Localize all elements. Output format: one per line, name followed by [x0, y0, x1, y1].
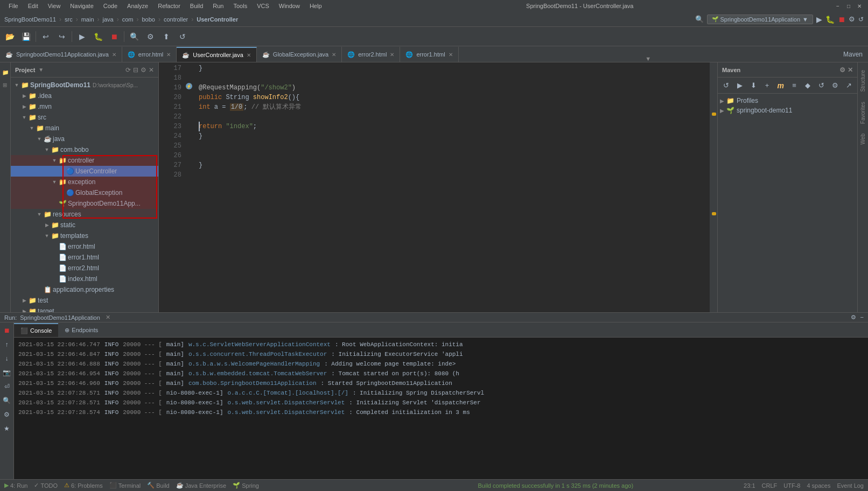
maven-external-btn[interactable]: ↗: [843, 79, 855, 92]
toolbar-stop2[interactable]: ⏹: [107, 29, 122, 44]
line-ending[interactable]: CRLF: [762, 482, 778, 489]
maven-list-btn[interactable]: ≡: [788, 79, 800, 92]
nav-controller[interactable]: controller: [164, 16, 188, 23]
toolbar-settings[interactable]: ⚙: [143, 29, 158, 44]
endpoints-tab[interactable]: ⊕ Endpoints: [58, 323, 104, 337]
run-settings-icon[interactable]: ⚙: [851, 314, 856, 321]
tab-close[interactable]: ✕: [247, 52, 251, 58]
toolbar-open[interactable]: 📂: [2, 29, 17, 44]
run-controls[interactable]: ⚙ −: [851, 314, 864, 321]
run-label-close[interactable]: ✕: [106, 314, 110, 321]
tree-item-src[interactable]: ▼ 📁 src: [11, 112, 158, 123]
tree-item-index-html[interactable]: 📄 index.html: [11, 273, 158, 284]
maven-springboot-item[interactable]: ▶ 🌱 springboot-demo11: [720, 106, 855, 115]
menu-vcs[interactable]: VCS: [253, 2, 274, 10]
cursor-position[interactable]: 23:1: [744, 482, 755, 489]
tab-close[interactable]: ✕: [449, 52, 453, 58]
tree-item-test[interactable]: ▶ 📁 test: [11, 295, 158, 306]
maven-update-btn[interactable]: ↺: [815, 79, 828, 92]
maximize-button[interactable]: □: [844, 2, 853, 10]
menu-window[interactable]: Window: [275, 2, 304, 10]
toolbar-undo[interactable]: ↩: [38, 29, 53, 44]
menu-help[interactable]: Help: [305, 2, 326, 10]
structure-tab[interactable]: Structure: [859, 67, 867, 95]
tree-item-springbootapp[interactable]: 🌱 SpringbootDemo11App...: [11, 198, 158, 209]
tab-error2[interactable]: 🌐 error2.html ✕: [342, 47, 400, 62]
tree-item-main[interactable]: ▼ 📁 main: [11, 123, 158, 134]
tree-item-appprops[interactable]: 📋 application.properties: [11, 284, 158, 295]
tab-error1[interactable]: 🌐 error1.html ✕: [400, 47, 458, 62]
tree-item-error1-html[interactable]: 📄 error1.html: [11, 252, 158, 263]
tab-springbootdemo11application[interactable]: ☕ SpringbootDemo11Application.java ✕: [0, 47, 122, 62]
nav-com[interactable]: com: [122, 16, 134, 23]
maven-run-btn[interactable]: ▶: [733, 79, 746, 92]
nav-project[interactable]: SpringBootDemo11: [4, 16, 56, 23]
scroll-down-btn[interactable]: ↓: [1, 353, 13, 364]
maven-settings2-btn[interactable]: ⚙: [829, 79, 841, 92]
tree-item-templates[interactable]: ▼ 📁 templates: [11, 230, 158, 241]
menu-build[interactable]: Build: [186, 2, 207, 10]
tab-error-html[interactable]: 🌐 error.html ✕: [122, 47, 177, 62]
menu-analyze[interactable]: Analyze: [123, 2, 152, 10]
minimize-button[interactable]: −: [834, 2, 842, 10]
encoding[interactable]: UTF-8: [783, 482, 800, 489]
collapse-icon[interactable]: ⊟: [133, 66, 138, 74]
toolbar-run2[interactable]: ▶: [74, 29, 89, 44]
maven-tab[interactable]: Maven: [838, 47, 868, 62]
maven-settings-icon[interactable]: ⚙: [839, 66, 845, 74]
editor-scrollbar[interactable]: [710, 62, 717, 312]
toolbar-redo[interactable]: ↪: [54, 29, 69, 44]
tree-item-error-html[interactable]: 📄 error.html: [11, 241, 158, 252]
maven-diamond-btn[interactable]: ◆: [802, 79, 814, 92]
tree-item-resources[interactable]: ▼ 📁 resources: [11, 209, 158, 220]
todo-status[interactable]: ✓ TODO: [34, 482, 58, 489]
spring-status[interactable]: 🌱 Spring: [233, 482, 259, 489]
build-status[interactable]: 🔨 Build: [147, 482, 169, 489]
maven-profiles-item[interactable]: ▶ 📁 Profiles: [720, 96, 855, 106]
toolbar-find[interactable]: 🔍: [127, 29, 142, 44]
toolbar-save[interactable]: 💾: [18, 29, 33, 44]
web-tab[interactable]: Web: [859, 130, 867, 148]
menu-refactor[interactable]: Refactor: [153, 2, 185, 10]
tree-item-target[interactable]: ▶ 📁 target: [11, 306, 158, 312]
menu-navigate[interactable]: Navigate: [66, 2, 97, 10]
stop-button[interactable]: ⏹: [838, 15, 845, 24]
event-log[interactable]: Event Log: [837, 482, 864, 489]
debug-button[interactable]: 🐛: [825, 15, 835, 24]
structure-side-icon[interactable]: ⊞: [1, 81, 9, 89]
wrap-btn[interactable]: ⏎: [1, 381, 13, 392]
indent[interactable]: 4 spaces: [807, 482, 830, 489]
nav-bobo[interactable]: bobo: [142, 16, 155, 23]
sync-icon[interactable]: ⟳: [125, 66, 131, 74]
tree-item-root[interactable]: ▼ 📁 SpringBootDemo11 D:\workspace\Sp...: [11, 80, 158, 90]
tree-item-globalexception[interactable]: 🔵 GlobalException: [11, 187, 158, 198]
menu-bar[interactable]: File Edit View Navigate Code Analyze Ref…: [4, 2, 326, 10]
terminal-status[interactable]: ⬛ Terminal: [109, 482, 141, 489]
maven-add-btn[interactable]: +: [761, 79, 773, 92]
stop-btn[interactable]: ⏹: [1, 325, 13, 336]
toolbar-debug2[interactable]: 🐛: [90, 29, 106, 44]
problems-status[interactable]: ⚠ 6: Problems: [64, 482, 103, 489]
maven-hide-icon[interactable]: ✕: [848, 66, 853, 74]
run-config-selector[interactable]: 🌱 SpringbootDemo11Application ▼: [707, 15, 814, 24]
run-button[interactable]: ▶: [816, 15, 822, 24]
tab-usercontroller[interactable]: ☕ UserController.java ✕: [177, 47, 257, 62]
search-everywhere-icon[interactable]: 🔍: [695, 15, 704, 23]
camera-btn[interactable]: 📷: [1, 367, 13, 378]
tree-item-combobo[interactable]: ▼ 📁 com.bobo: [11, 144, 158, 155]
java-enterprise-status[interactable]: ☕ Java Enterprise: [176, 482, 226, 489]
tree-item-mvn[interactable]: ▶ 📁 .mvn: [11, 101, 158, 112]
tree-item-idea[interactable]: ▶ 📁 .idea: [11, 90, 158, 101]
nav-usercontroller[interactable]: UserController: [197, 16, 238, 23]
run-hide-icon[interactable]: −: [860, 314, 864, 321]
menu-edit[interactable]: Edit: [24, 2, 43, 10]
settings-icon[interactable]: ⚙: [849, 15, 855, 23]
project-header-icons[interactable]: ⟳ ⊟ ⚙ ✕: [125, 66, 154, 74]
code-editor[interactable]: } @RequestMapping("/show2") public Strin…: [193, 62, 710, 312]
star-btn[interactable]: ★: [1, 423, 13, 434]
tree-item-controller[interactable]: ▼ 📁 controller: [11, 155, 158, 166]
tree-item-java[interactable]: ▼ ☕ java: [11, 134, 158, 144]
maven-m-btn[interactable]: m: [774, 79, 787, 92]
tab-close[interactable]: ✕: [332, 52, 336, 58]
window-controls[interactable]: − □ ✕: [834, 2, 864, 10]
